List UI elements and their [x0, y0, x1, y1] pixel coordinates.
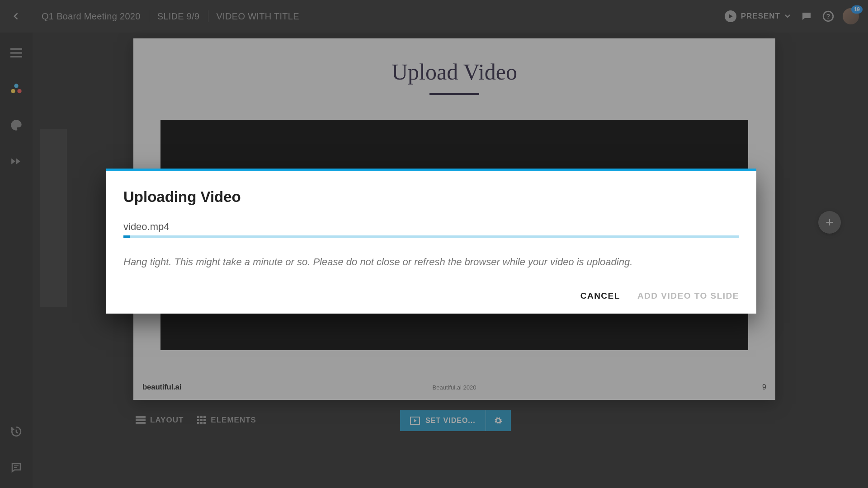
modal-title: Uploading Video: [123, 188, 739, 206]
upload-filename: video.mp4: [123, 221, 739, 233]
cancel-button[interactable]: CANCEL: [580, 291, 620, 301]
upload-hint: Hang tight. This might take a minute or …: [123, 255, 739, 269]
progress-bar: [123, 235, 739, 238]
upload-modal: Uploading Video video.mp4 Hang tight. Th…: [106, 169, 756, 314]
add-video-button: ADD VIDEO TO SLIDE: [637, 291, 739, 301]
progress-fill: [123, 235, 130, 238]
